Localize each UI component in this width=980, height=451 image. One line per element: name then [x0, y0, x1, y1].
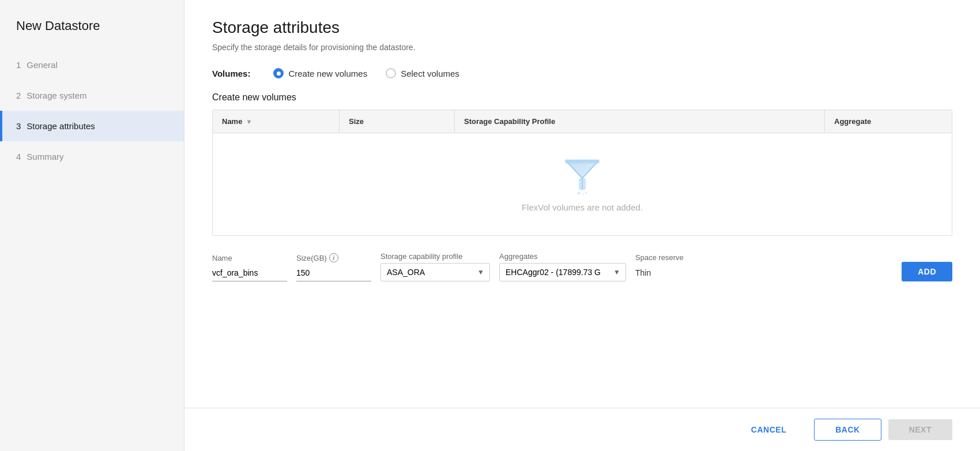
- back-button[interactable]: BACK: [814, 419, 881, 441]
- aggregates-field-group: Aggregates EHCAggr02 - (17899.73 G ▼: [499, 252, 626, 281]
- size-input[interactable]: [296, 265, 371, 281]
- size-field-group: Size(GB) i: [296, 253, 371, 281]
- aggregates-select[interactable]: EHCAggr02 - (17899.73 G: [499, 263, 626, 281]
- radio-select-label: Select volumes: [401, 69, 459, 78]
- step-number-3: 3: [16, 121, 21, 131]
- radio-create-indicator: [273, 68, 284, 78]
- steps-nav: 1 General 2 Storage system 3 Storage att…: [0, 50, 184, 172]
- svg-point-3: [582, 193, 584, 196]
- step-summary[interactable]: 4 Summary: [0, 141, 184, 172]
- svg-point-2: [578, 192, 581, 195]
- space-reserve-value: Thin: [635, 264, 684, 281]
- radio-create-new[interactable]: Create new volumes: [273, 68, 367, 78]
- svg-rect-1: [579, 178, 586, 190]
- space-reserve-field-group: Space reserve Thin: [635, 253, 684, 281]
- name-input[interactable]: [212, 265, 287, 281]
- scp-select[interactable]: ASA_ORA Default Custom: [380, 263, 490, 281]
- name-field-label: Name: [212, 254, 287, 262]
- scp-field-group: Storage capability profile ASA_ORA Defau…: [380, 252, 490, 281]
- step-label-summary: Summary: [27, 152, 63, 161]
- sidebar: New Datastore 1 General 2 Storage system…: [0, 0, 184, 451]
- step-general[interactable]: 1 General: [0, 50, 184, 80]
- size-field-label: Size(GB) i: [296, 253, 371, 262]
- step-storage-attributes[interactable]: 3 Storage attributes: [0, 111, 184, 141]
- step-number-2: 2: [16, 91, 21, 100]
- table-empty-state: FlexVol volumes are not added.: [213, 133, 952, 235]
- radio-select-indicator: [386, 68, 396, 78]
- svg-point-4: [585, 191, 587, 194]
- radio-create-label: Create new volumes: [288, 69, 367, 78]
- volumes-label: Volumes:: [212, 69, 250, 78]
- step-number-4: 4: [16, 152, 21, 161]
- table-header: Name ▼ Size Storage Capability Profile A…: [213, 110, 952, 133]
- aggregates-select-wrapper: EHCAggr02 - (17899.73 G ▼: [499, 263, 626, 281]
- empty-state-text: FlexVol volumes are not added.: [522, 202, 643, 212]
- add-button[interactable]: ADD: [902, 262, 952, 281]
- step-label-general: General: [27, 60, 57, 70]
- scp-field-label: Storage capability profile: [380, 252, 490, 261]
- volumes-row: Volumes: Create new volumes Select volum…: [212, 68, 952, 78]
- step-label-storage-attributes: Storage attributes: [27, 121, 95, 131]
- scp-select-wrapper: ASA_ORA Default Custom ▼: [380, 263, 490, 281]
- next-button: NEXT: [888, 419, 952, 440]
- step-storage-system[interactable]: 2 Storage system: [0, 80, 184, 111]
- volumes-table: Name ▼ Size Storage Capability Profile A…: [212, 110, 952, 236]
- col-aggregate: Aggregate: [825, 110, 952, 133]
- name-field-group: Name: [212, 254, 287, 281]
- radio-select-volumes[interactable]: Select volumes: [386, 68, 459, 78]
- col-size: Size: [340, 110, 455, 133]
- step-number-1: 1: [16, 60, 21, 70]
- page-title: Storage attributes: [212, 18, 952, 37]
- main-panel: Storage attributes Specify the storage d…: [184, 0, 980, 451]
- create-new-volumes-title: Create new volumes: [212, 92, 952, 103]
- main-content: Storage attributes Specify the storage d…: [184, 0, 980, 408]
- page-subtitle: Specify the storage details for provisio…: [212, 43, 952, 52]
- step-label-storage-system: Storage system: [27, 91, 86, 100]
- funnel-icon: [561, 156, 603, 196]
- cancel-button[interactable]: CANCEL: [730, 419, 807, 440]
- space-reserve-label: Space reserve: [635, 253, 684, 262]
- add-volume-form: Name Size(GB) i Storage capability profi…: [212, 252, 952, 281]
- app-title: New Datastore: [0, 0, 184, 50]
- footer: CANCEL BACK NEXT: [184, 408, 980, 451]
- col-name: Name ▼: [213, 110, 340, 133]
- filter-icon[interactable]: ▼: [246, 118, 252, 125]
- size-info-icon[interactable]: i: [329, 253, 338, 262]
- col-scp: Storage Capability Profile: [455, 110, 825, 133]
- aggregates-field-label: Aggregates: [499, 252, 626, 261]
- svg-rect-0: [565, 159, 600, 164]
